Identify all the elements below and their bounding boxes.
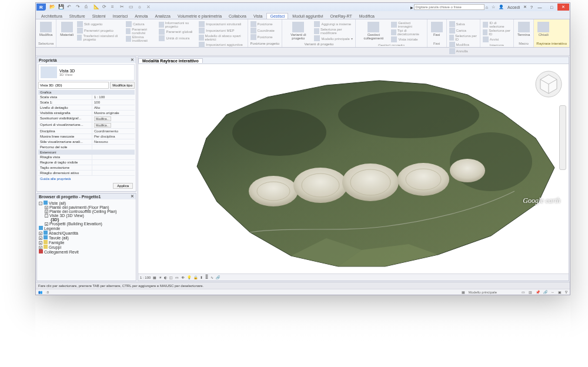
properties-header[interactable]: Proprietà ✕ <box>37 57 136 63</box>
ribbon-impostazioni-strutturali-button[interactable]: Impostazioni strutturali <box>199 21 245 27</box>
close-button[interactable]: ✕ <box>557 4 569 11</box>
view-tab-active[interactable]: Modalità Raytrace interattivo <box>138 58 203 63</box>
ribbon-seleziona-per-id-button[interactable]: Seleziona per ID <box>449 34 477 41</box>
ribbon-elimina-inutilizzati-button[interactable]: Elimina inutilizzati <box>126 35 156 42</box>
prop-row[interactable]: Stile visualizzazione anali...Nessuno <box>38 139 135 145</box>
tab-sistemi[interactable]: Sistemi <box>89 14 109 19</box>
ribbon-seleziona-per-modificare-button[interactable]: Seleziona per modificare <box>314 28 353 35</box>
ribbon-stili-oggetto-button[interactable]: Stili oggetto <box>77 21 123 27</box>
ribbon-posizione-button[interactable]: Posizione <box>250 21 275 27</box>
prop-row[interactable]: Scala 1:100 <box>38 100 135 105</box>
ribbon-fasi-button[interactable]: Fasi <box>430 21 444 38</box>
status-worksets-icon[interactable]: 👥 <box>38 290 42 294</box>
project-browser-header[interactable]: Browser di progetto - Progetto1 ✕ <box>37 193 136 199</box>
tree-node[interactable]: +Piante dei controsoffitti (Ceiling Plan… <box>39 209 134 213</box>
status-drag-icon[interactable]: ↔ <box>551 291 554 294</box>
edit-type-button[interactable]: Modifica tipo <box>110 82 135 89</box>
tree-node[interactable]: +Famiglie <box>39 240 134 245</box>
app-menu-icon[interactable]: R <box>36 4 46 11</box>
ribbon-parametri-globali-button[interactable]: Parametri globali <box>159 29 196 35</box>
tab-oneray-rt[interactable]: OneRay-RT <box>328 14 355 19</box>
vc-sun-icon[interactable]: ☀ <box>159 275 162 279</box>
ribbon-impostazioni-aggiuntive-button[interactable]: Impostazioni aggiuntive <box>199 42 245 48</box>
tab-architettura[interactable]: Architettura <box>38 14 65 19</box>
tab-vista[interactable]: Vista <box>250 14 265 19</box>
prop-row[interactable]: Regione di taglio visibile <box>38 160 135 165</box>
help-icon[interactable]: ? <box>530 5 533 9</box>
tree-node[interactable]: +Piante dei pavimenti (Floor Plan) <box>39 205 134 209</box>
vc-hide-icon[interactable]: 👁 <box>181 276 185 279</box>
tree-node[interactable]: -Viste (all) <box>39 201 134 205</box>
tree-node[interactable]: +Tavole (all) <box>39 235 134 240</box>
ribbon-termina-button[interactable]: Termina <box>516 21 531 38</box>
tab-inserisci[interactable]: Inserisci <box>110 14 131 19</box>
prop-row[interactable]: Scala vista1 : 100 <box>38 95 135 100</box>
prop-row[interactable]: Opzioni di visualizzazione...Modifica... <box>38 122 135 129</box>
prop-row[interactable]: Sostituzioni visibilità/graf...Modifica.… <box>38 116 135 122</box>
instance-filter-input[interactable] <box>38 82 109 89</box>
ribbon-tipi-di-decalcomanie-button[interactable]: Tipi di decalcomanie <box>391 29 424 36</box>
tree-node[interactable]: +Abachi/Quantità <box>39 231 134 235</box>
tree-node[interactable]: +Gruppi <box>39 245 134 249</box>
tree-node[interactable]: {3D} <box>39 218 134 222</box>
tab-annota[interactable]: Annota <box>132 14 151 19</box>
ribbon-modifica-button[interactable]: Modifica <box>449 42 477 48</box>
tree-node[interactable]: Legende <box>39 226 134 231</box>
prop-row[interactable]: Livello di dettaglioAlto <box>38 105 135 111</box>
vc-model-icon[interactable]: ▦ <box>153 275 156 279</box>
help-search-input[interactable] <box>414 4 485 10</box>
status-filter2-icon[interactable]: ∇ <box>565 290 567 294</box>
prop-row[interactable]: Percorso del sole <box>38 145 135 150</box>
ribbon-annulla-button[interactable]: Annulla <box>449 48 477 54</box>
vc-split-icon[interactable]: ≣ <box>205 275 208 279</box>
qat-close-icon[interactable]: ⤫ <box>146 4 152 10</box>
ribbon-impostazioni-mep-button[interactable]: Impostazioni MEP <box>199 28 245 34</box>
vc-shadow-icon[interactable]: ◐ <box>164 275 167 279</box>
status-model-label[interactable]: Modello principale <box>469 291 497 294</box>
project-tree[interactable]: -Viste (all)+Piante dei pavimenti (Floor… <box>37 199 136 255</box>
tree-node[interactable]: Collegamenti Revit <box>39 249 134 254</box>
qat-render-icon[interactable]: ☼ <box>138 4 143 10</box>
ribbon-carica-button[interactable]: Carica <box>449 28 477 34</box>
ribbon-informazioni-su-progetto-button[interactable]: Informazioni su progetto <box>159 21 196 28</box>
tree-node[interactable]: +Prospetti (Building Elevation) <box>39 222 134 226</box>
navigation-bar[interactable] <box>559 105 566 170</box>
tab-analizza[interactable]: Analizza <box>152 14 173 19</box>
properties-close-icon[interactable]: ✕ <box>131 58 134 62</box>
tab-strutture[interactable]: Strutture <box>66 14 88 19</box>
ribbon-salva-button[interactable]: Salva <box>449 21 477 27</box>
tree-node[interactable]: -Viste 3D (3D View) <box>39 213 134 218</box>
prop-category-graphics[interactable]: Grafica <box>38 90 135 95</box>
vc-level-icon[interactable]: ⬍ <box>200 275 203 279</box>
prop-row[interactable]: Mostra linee nascostePer disciplina <box>38 134 135 139</box>
vc-reveal-icon[interactable]: 💡 <box>187 275 191 279</box>
qat-section-icon[interactable]: ✂ <box>120 4 126 10</box>
vc-link-icon[interactable]: 🔗 <box>216 275 220 279</box>
properties-help-link[interactable]: Guida alle proprietà <box>38 176 135 182</box>
qat-open-icon[interactable]: 📂 <box>49 4 55 10</box>
infocenter-icon[interactable]: ⌂ <box>486 5 488 9</box>
ribbon-id-di-selezione-button[interactable]: ID di selezione <box>483 21 511 28</box>
ribbon-gestisci-collegamenti-button[interactable]: Gestisci collegamenti <box>358 21 389 41</box>
qat-thin-icon[interactable]: ≡ <box>111 4 117 10</box>
vc-crop-icon[interactable]: ◫ <box>169 275 173 279</box>
status-select-icon[interactable]: ▭ <box>522 290 525 294</box>
view-scale[interactable]: 1 : 100 <box>140 276 151 279</box>
signin-label[interactable]: Accedi <box>507 5 520 9</box>
ribbon-unit-di-misura-button[interactable]: Unità di misura <box>159 35 196 41</box>
qat-print-icon[interactable]: ⎙ <box>85 4 91 10</box>
tab-collabora[interactable]: Collabora <box>226 14 249 19</box>
3d-canvas[interactable]: Google earth <box>138 64 569 273</box>
prop-row[interactable]: Visibilità stratigrafiaMostra originale <box>38 111 135 116</box>
ribbon-materiali-button[interactable]: Materiali <box>59 21 75 38</box>
tab-volumetrie-e-planimetria[interactable]: Volumetrie e planimetria <box>175 14 225 19</box>
signin-icon[interactable]: 👤 <box>499 5 504 9</box>
qat-sync-icon[interactable]: ⟳ <box>102 4 108 10</box>
ribbon-gestisci-immagini-button[interactable]: Gestisci immagini <box>391 21 424 28</box>
ribbon-modifica-button[interactable]: Modifica <box>38 21 54 38</box>
status-design-option-icon[interactable]: ▦ <box>462 290 465 294</box>
ribbon-vista-iniziale-button[interactable]: Vista iniziale <box>391 36 424 42</box>
ribbon-coordinate-button[interactable]: Coordinate <box>250 28 275 34</box>
ribbon-chiudi-button[interactable]: Chiudi <box>536 21 550 38</box>
prop-row[interactable]: Taglio annotazione <box>38 165 135 171</box>
